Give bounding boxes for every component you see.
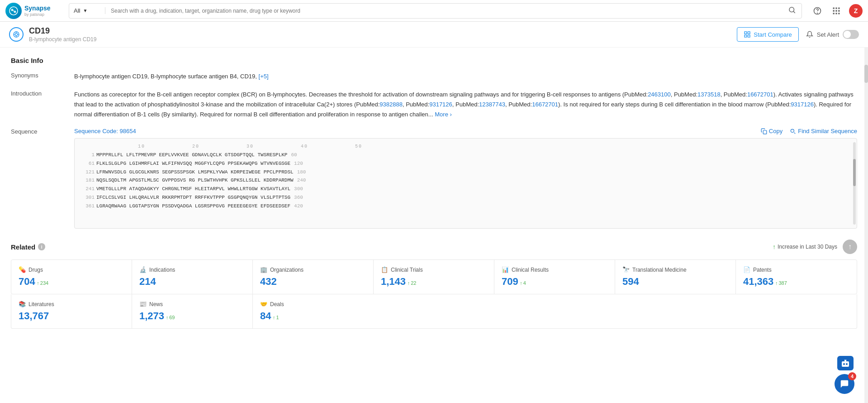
page-scrollbar[interactable]	[864, 47, 868, 403]
svg-rect-15	[835, 13, 837, 14]
pubmed-6[interactable]: 12387743	[479, 101, 505, 108]
related-card-count: 704 ↑234	[19, 276, 124, 288]
related-card-label: 🔭 Translational Medicine	[622, 266, 728, 273]
find-similar-label: Find Similar Sequence	[798, 128, 857, 134]
pubmed-1[interactable]: 2463100	[648, 91, 671, 98]
related-card-count: 432	[260, 276, 366, 288]
related-card-name: Literatures	[28, 301, 54, 307]
basic-info-title: Basic Info	[11, 57, 857, 64]
chat-robot-icon[interactable]	[837, 356, 854, 370]
chat-bubble[interactable]: 4	[835, 374, 854, 394]
search-filter-dropdown[interactable]: All ▼	[69, 7, 105, 14]
related-card-label: 📄 Patents	[743, 266, 849, 273]
related-card[interactable]: 📋 Clinical Trials 1,143 ↑22	[374, 260, 494, 294]
svg-rect-26	[748, 35, 750, 37]
related-card[interactable]: 📄 Patents 41,363 ↑387	[736, 260, 857, 294]
svg-point-33	[845, 359, 846, 360]
svg-rect-11	[833, 10, 835, 11]
related-card-count: 1,143 ↑22	[381, 276, 487, 288]
scroll-up-button[interactable]: ↑	[843, 240, 857, 254]
related-section: Related i ↑ Increase in Last 30 Days ↑ 💊…	[11, 240, 857, 329]
sequence-code-link[interactable]: Sequence Code: 98654	[74, 128, 136, 134]
find-similar-button[interactable]: Find Similar Sequence	[790, 128, 857, 134]
svg-point-28	[791, 129, 794, 132]
pubmed-8[interactable]: 9317126	[791, 101, 814, 108]
grid-icon[interactable]	[830, 5, 843, 17]
related-card-label: 📰 News	[139, 301, 245, 307]
title-info: CD19 B-lymphocyte antigen CD19	[29, 26, 96, 43]
pubmed-5[interactable]: 9317126	[429, 101, 452, 108]
sequence-line: 61FLKLSLGLPG LGIHMRFLAI WLFIFNVSQQ MGGFY…	[80, 159, 851, 168]
filter-label: All	[74, 7, 80, 14]
related-card-name: Clinical Trials	[391, 267, 423, 273]
related-title: Related i	[11, 243, 45, 251]
related-card-name: Organizations	[270, 267, 304, 273]
related-card-icon: 📋	[381, 266, 388, 273]
related-info-icon[interactable]: i	[38, 243, 45, 250]
seq-ruler: 10 20 30 40 50	[80, 144, 851, 149]
svg-rect-24	[748, 32, 750, 34]
page-scroll-thumb[interactable]	[864, 65, 868, 83]
related-card[interactable]: 📚 Literatures 13,767	[11, 294, 132, 328]
related-card-name: News	[149, 301, 163, 307]
svg-rect-29	[842, 361, 849, 367]
copy-button[interactable]: Copy	[761, 128, 783, 134]
search-button[interactable]	[783, 6, 802, 16]
svg-rect-16	[838, 13, 840, 14]
sequence-box[interactable]: 10 20 30 40 50 1MPPPRLLFL LFLTPMEVRP EEP…	[74, 138, 857, 229]
sequence-line: 181NQSLSQDLTM APGSTLMLSC GVPPDSVS RG PLS…	[80, 176, 851, 185]
introduction-label: Introduction	[11, 90, 74, 120]
synonyms-more-link[interactable]: [+5]	[259, 73, 269, 80]
help-icon[interactable]	[811, 5, 824, 17]
related-card-label: 📊 Clinical Results	[502, 266, 607, 273]
avatar[interactable]: Z	[849, 4, 863, 18]
intro-more-link[interactable]: More ›	[435, 111, 452, 118]
svg-point-4	[789, 7, 794, 12]
title-left: CD19 B-lymphocyte antigen CD19	[9, 26, 96, 43]
related-card[interactable]: 🏢 Organizations 432	[253, 260, 374, 294]
related-card-icon: 🏢	[260, 266, 267, 273]
up-arrow-icon: ↑	[773, 243, 776, 250]
related-card-count: 41,363 ↑387	[743, 276, 849, 288]
search-bar: All ▼	[69, 3, 802, 19]
svg-point-7	[817, 13, 818, 13]
sequence-line: 121LFRWNVSDLG GLGCGLKNRS SEGPSSSPSGK LMS…	[80, 168, 851, 177]
related-card[interactable]: 🔭 Translational Medicine 594	[615, 260, 736, 294]
pubmed-3[interactable]: 16672701	[747, 91, 773, 98]
pubmed-2[interactable]: 1373518	[697, 91, 721, 98]
search-input[interactable]	[105, 8, 783, 14]
related-card-label: 🔬 Indications	[139, 266, 245, 273]
related-card-label: 💊 Drugs	[19, 266, 124, 273]
related-card-icon: 📊	[502, 266, 509, 273]
increase-label: ↑ Increase in Last 30 Days	[773, 243, 837, 250]
related-card-icon: 📚	[19, 301, 26, 307]
related-card[interactable]: 📰 News 1,273 ↑69	[132, 294, 253, 328]
sequence-row: Sequence Sequence Code: 98654 Copy	[11, 128, 857, 229]
related-card-count: 1,273 ↑69	[139, 310, 245, 322]
pubmed-4[interactable]: 9382888	[379, 101, 403, 108]
related-card-icon: 📰	[139, 301, 147, 307]
svg-point-18	[15, 33, 17, 35]
svg-rect-13	[838, 10, 840, 11]
svg-rect-27	[763, 130, 767, 134]
related-card-count: 709 ↑4	[502, 276, 607, 288]
related-card-icon: 💊	[19, 266, 26, 273]
related-card[interactable]: 💊 Drugs 704 ↑234	[11, 260, 132, 294]
sequence-line: 361LGRAQRWAAG LGGTAPSYGN PSSDVQADGA LGSR…	[80, 202, 851, 211]
svg-point-31	[846, 363, 848, 365]
set-alert-toggle[interactable]	[843, 30, 859, 39]
related-bar: Related i ↑ Increase in Last 30 Days ↑	[11, 240, 857, 254]
chevron-down-icon: ▼	[83, 8, 87, 13]
pubmed-7[interactable]: 16672701	[532, 101, 558, 108]
sequence-label: Sequence	[11, 128, 74, 229]
related-card-name: Deals	[270, 301, 284, 307]
sequence-lines: 1MPPPRLLFL LFLTPMEVRP EEPLVVKVEE GDNAVLQ…	[80, 151, 851, 210]
sequence-scrollbar-thumb[interactable]	[853, 159, 856, 186]
related-card[interactable]: 🤝 Deals 84 ↑1	[253, 294, 374, 328]
sequence-scrollbar[interactable]	[853, 142, 856, 225]
svg-rect-12	[835, 10, 837, 11]
related-card[interactable]: 🔬 Indications 214	[132, 260, 253, 294]
related-card[interactable]: 📊 Clinical Results 709 ↑4	[494, 260, 615, 294]
start-compare-button[interactable]: Start Compare	[737, 27, 799, 42]
related-card-name: Clinical Results	[512, 267, 549, 273]
